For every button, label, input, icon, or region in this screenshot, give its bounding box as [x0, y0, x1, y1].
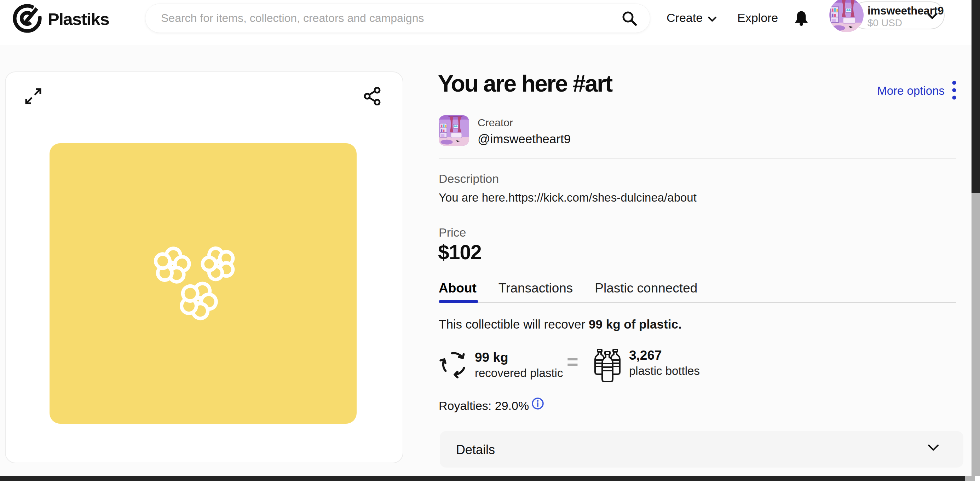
page-title: You are here #art	[438, 71, 612, 96]
plastic-bottles-value: 3,267	[629, 348, 662, 363]
tab-about[interactable]: About	[439, 281, 477, 296]
creator-info: Creator @imsweetheart9	[477, 115, 571, 146]
active-tab-indicator	[439, 300, 478, 303]
recover-sentence: This collectible will recover 99 kg of p…	[439, 317, 682, 332]
user-balance: $0 USD	[867, 17, 902, 29]
search-icon[interactable]	[621, 10, 638, 27]
search-input[interactable]	[145, 12, 621, 25]
artwork-image	[49, 143, 356, 424]
tab-plastic-connected[interactable]: Plastic connected	[595, 281, 697, 296]
chevron-down-icon[interactable]	[927, 13, 937, 21]
creator-handle[interactable]: @imsweetheart9	[477, 132, 571, 146]
creator-row[interactable]: Creator @imsweetheart9	[439, 115, 571, 146]
share-button[interactable]	[364, 87, 381, 106]
recovered-plastic-caption: recovered plastic	[475, 367, 563, 380]
create-menu[interactable]: Create	[667, 0, 717, 35]
brand-name: Plastiks	[48, 9, 109, 29]
creator-avatar	[439, 115, 469, 146]
flowers-illustration	[49, 143, 356, 424]
scrollbar-corner	[965, 476, 975, 481]
plastiks-item-page: Plastiks Create Explore	[0, 0, 980, 481]
tab-bar-border	[439, 302, 956, 303]
description-label: Description	[439, 172, 499, 186]
chevron-down-icon	[927, 444, 939, 453]
bell-icon	[793, 23, 810, 28]
horizontal-scrollbar-thumb[interactable]	[0, 476, 965, 481]
plastic-bottles-icon	[593, 347, 621, 384]
plastiks-logo[interactable]: Plastiks	[13, 3, 109, 35]
vertical-scrollbar-thumb[interactable]	[972, 0, 980, 193]
details-label: Details	[456, 443, 495, 457]
recover-sentence-prefix: This collectible will recover	[439, 317, 589, 331]
create-label: Create	[667, 11, 703, 25]
divider	[439, 159, 956, 159]
details-accordion[interactable]: Details	[440, 431, 963, 468]
explore-label: Explore	[737, 11, 778, 25]
info-icon	[531, 406, 544, 411]
more-options-button[interactable]: More options	[877, 80, 957, 102]
chevron-down-icon	[708, 11, 717, 25]
explore-link[interactable]: Explore	[737, 0, 778, 35]
vertical-scrollbar-track[interactable]	[972, 193, 980, 476]
recover-sentence-bold: 99 kg of plastic.	[589, 317, 682, 331]
recovered-plastic-value: 99 kg	[475, 350, 508, 365]
tab-transactions[interactable]: Transactions	[498, 281, 573, 296]
expand-icon	[24, 101, 43, 106]
search-bar	[145, 3, 650, 33]
kebab-menu-icon	[952, 80, 957, 102]
plastic-bottles-caption: plastic bottles	[629, 364, 700, 378]
price-value: $102	[438, 240, 482, 264]
more-options-label: More options	[877, 84, 945, 98]
description-text: You are here.https://kick.com/shes-dulci…	[439, 191, 697, 205]
notifications-button[interactable]	[793, 9, 810, 28]
expand-button[interactable]	[24, 87, 43, 106]
royalties-text: Royalties: 29.0%	[439, 399, 529, 413]
equals-sign: =	[567, 350, 578, 373]
tab-bar: About Transactions Plastic connected	[439, 281, 697, 296]
royalties-info-button[interactable]	[531, 397, 544, 411]
artwork-card	[5, 71, 403, 463]
price-label: Price	[439, 225, 466, 240]
artwork-toolbar	[6, 72, 402, 120]
top-nav: Plastiks Create Explore	[0, 0, 980, 45]
plastiks-logo-icon	[13, 3, 42, 35]
recycle-icon	[439, 348, 468, 382]
share-icon	[364, 101, 381, 106]
creator-label: Creator	[477, 117, 571, 129]
